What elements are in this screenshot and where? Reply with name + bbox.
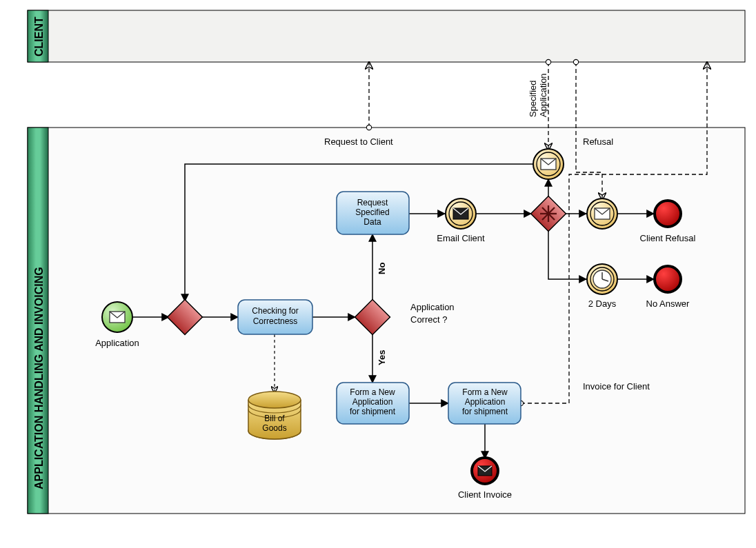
svg-text:Data: Data <box>364 217 381 227</box>
svg-rect-1 <box>28 10 745 62</box>
svg-text:Specified: Specified <box>355 207 389 217</box>
svg-text:Form a New: Form a New <box>350 387 395 397</box>
task-checking: Checking for Correctness Checking for Co… <box>238 300 312 334</box>
intermediate-refusal <box>587 199 617 229</box>
svg-text:for shipment: for shipment <box>462 407 508 416</box>
pool-client: CLIENT <box>28 10 745 62</box>
task-form-application-1: Form a New Application for shipment Form… <box>337 383 409 424</box>
end-client-invoice-label: Client Invoice <box>458 489 512 500</box>
intermediate-specified-application <box>533 149 564 179</box>
svg-text:Correctness: Correctness <box>253 316 298 326</box>
label-specified-app-1: Specified <box>528 81 538 117</box>
label-specified-app-2: Application <box>538 73 548 117</box>
svg-text:Form a New: Form a New <box>462 387 508 397</box>
svg-point-54 <box>248 392 301 408</box>
svg-text:for shipment: for shipment <box>350 407 396 416</box>
task-form-application-2: Form a New Application for shipment Form… <box>448 383 521 424</box>
label-invoice-for-client: Invoice for Client <box>583 381 650 392</box>
label-refusal: Refusal <box>583 136 613 147</box>
svg-text:Application: Application <box>465 397 506 407</box>
pool-application-label: APPLICATION HANDLING AND INVOICING <box>33 267 45 489</box>
timer-label: 2 Days <box>588 298 617 309</box>
task-request-data: Request Specified Data Request Specified… <box>337 192 409 234</box>
svg-point-34 <box>655 201 681 227</box>
end-client-refusal-label: Client Refusal <box>640 233 696 243</box>
start-event-label: Application <box>95 338 139 348</box>
label-yes: Yes <box>377 350 387 365</box>
datastore-bill-of-goods: Bill of Goods Bill of Goods <box>248 392 301 439</box>
intermediate-timer: 2 Days <box>587 264 617 309</box>
svg-point-40 <box>655 266 681 292</box>
label-no: No <box>377 263 387 274</box>
pool-client-label: CLIENT <box>33 17 45 57</box>
svg-text:Request: Request <box>357 198 388 207</box>
svg-text:Bill of: Bill of <box>264 414 285 423</box>
label-application-correct: Application <box>410 302 455 312</box>
end-no-answer-label: No Answer <box>646 298 690 309</box>
label-request-to-client: Request to Client <box>324 136 393 147</box>
svg-text:Goods: Goods <box>262 423 286 433</box>
svg-text:Checking for: Checking for <box>252 306 298 316</box>
svg-text:Application: Application <box>352 397 393 407</box>
intermediate-email-label: Email Client <box>437 233 485 243</box>
svg-text:Correct ?: Correct ? <box>410 314 447 325</box>
